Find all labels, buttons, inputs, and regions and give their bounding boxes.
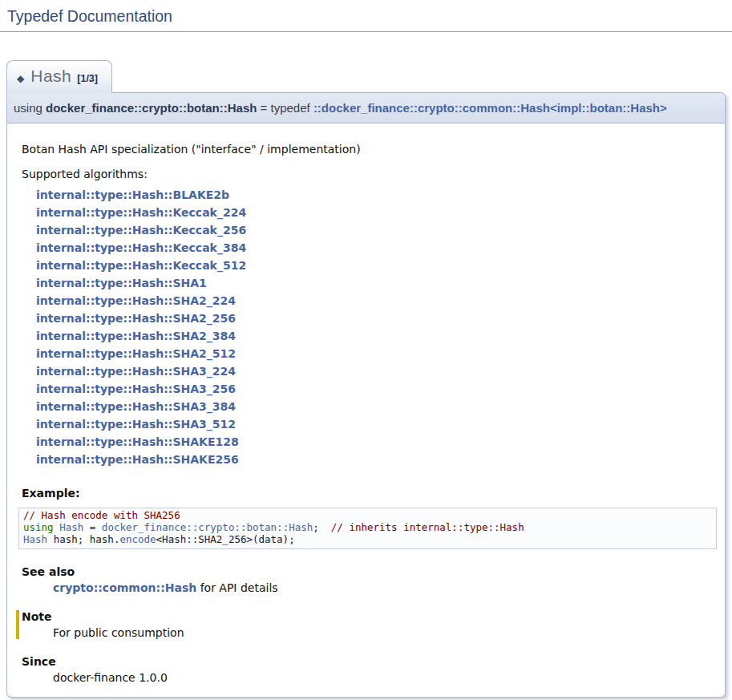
algorithm-link[interactable]: internal::type::Hash::SHA2_256 [36,312,236,325]
code-comment: // Hash encode with SHA256 [23,509,180,521]
algorithm-list-item: internal::type::Hash::BLAKE2b [36,186,717,204]
summary-text: Botan Hash API specialization ("interfac… [22,143,717,156]
algorithm-link[interactable]: internal::type::Hash::SHA2_512 [36,347,236,360]
since-section: Since docker-finance 1.0.0 [22,655,717,684]
code-link[interactable]: docker_finance::crypto::botan::Hash [102,521,313,533]
code-text: = [83,521,102,533]
code-example: // Hash encode with SHA256using Hash = d… [18,508,717,549]
code-link[interactable]: encode [119,533,156,545]
algorithm-link[interactable]: internal::type::Hash::SHA2_224 [36,294,236,307]
code-link[interactable]: Hash [59,521,83,533]
note-section: Note For public consumption [16,610,717,639]
algorithm-link[interactable]: internal::type::Hash::SHAKE256 [36,453,239,466]
code-text: <Hash::SHA2_256>(data); [156,533,295,545]
algorithm-link[interactable]: internal::type::Hash::Keccak_256 [36,224,246,237]
algorithm-list-item: internal::type::Hash::Keccak_384 [36,239,717,257]
algorithm-list-item: internal::type::Hash::Keccak_512 [36,257,717,274]
code-comment: // inherits internal::type::Hash [331,521,524,533]
algorithm-link[interactable]: internal::type::Hash::Keccak_384 [36,241,246,254]
member-tab[interactable]: ◆ Hash [1/3] [6,60,112,93]
see-also-label: See also [22,565,717,578]
see-also-link[interactable]: crypto::common::Hash [53,581,196,594]
section-title: Typedef Documentation [0,0,732,32]
algorithm-list: internal::type::Hash::BLAKE2binternal::t… [36,186,717,468]
declaration-name: docker_finance::crypto::botan::Hash [46,101,257,115]
algorithm-list-item: internal::type::Hash::SHA2_512 [36,345,717,362]
code-text: hash; hash. [47,533,119,545]
algorithm-list-item: internal::type::Hash::SHA2_384 [36,327,717,345]
algorithm-list-item: internal::type::Hash::Keccak_224 [36,204,717,221]
member-name: Hash [30,67,71,86]
code-keyword: using [23,521,54,533]
member-item: using docker_finance::crypto::botan::Has… [6,92,726,698]
algorithm-list-item: internal::type::Hash::SHA3_256 [36,380,717,398]
since-label: Since [22,655,717,668]
algorithm-list-item: internal::type::Hash::SHA2_256 [36,310,717,327]
algorithm-link[interactable]: internal::type::Hash::Keccak_224 [36,206,246,219]
algorithm-link[interactable]: internal::type::Hash::BLAKE2b [36,188,229,201]
declaration-equals: = typedef [257,101,313,115]
algorithm-list-item: internal::type::Hash::SHAKE256 [36,451,717,468]
algorithm-list-item: internal::type::Hash::SHA1 [36,274,717,292]
see-also-content: crypto::common::Hash for API details [53,581,717,594]
member-documentation: Botan Hash API specialization ("interfac… [6,123,726,698]
permalink-anchor-icon[interactable]: ◆ [17,73,24,84]
supported-algorithms-label: Supported algorithms: [22,168,717,180]
algorithm-link[interactable]: internal::type::Hash::SHA3_512 [36,418,236,431]
algorithm-list-item: internal::type::Hash::SHA2_224 [36,292,717,310]
algorithm-list-item: internal::type::Hash::SHA3_224 [36,362,717,380]
typedef-target-link[interactable]: ::docker_finance::crypto::common::Hash<i… [313,101,667,115]
see-also-section: See also crypto::common::Hash for API de… [22,565,717,594]
code-line: // Hash encode with SHA256 [23,510,712,522]
algorithm-link[interactable]: internal::type::Hash::SHA3_384 [36,400,236,413]
algorithm-list-item: internal::type::Hash::SHA3_384 [36,398,717,415]
algorithm-link[interactable]: internal::type::Hash::SHA2_384 [36,330,236,342]
note-text: For public consumption [53,626,717,639]
declaration-prefix: using [14,101,46,115]
algorithm-link[interactable]: internal::type::Hash::SHA3_256 [36,382,236,395]
since-text: docker-finance 1.0.0 [53,671,717,684]
code-link[interactable]: Hash [23,533,47,545]
algorithm-link[interactable]: internal::type::Hash::SHA1 [36,277,207,289]
member-overload-count: [1/3] [77,73,98,84]
algorithm-list-item: internal::type::Hash::Keccak_256 [36,221,717,239]
algorithm-link[interactable]: internal::type::Hash::Keccak_512 [36,259,246,272]
algorithm-list-item: internal::type::Hash::SHAKE128 [36,433,717,451]
code-line: using Hash = docker_finance::crypto::bot… [23,522,712,534]
example-label: Example: [22,487,717,500]
algorithm-link[interactable]: internal::type::Hash::SHA3_224 [36,365,236,378]
note-label: Note [22,610,717,623]
code-text: ; [313,521,331,533]
algorithm-link[interactable]: internal::type::Hash::SHAKE128 [36,435,239,448]
algorithm-list-item: internal::type::Hash::SHA3_512 [36,415,717,433]
code-line: Hash hash; hash.encode<Hash::SHA2_256>(d… [23,534,712,546]
see-also-suffix: for API details [196,581,277,594]
typedef-declaration: using docker_finance::crypto::botan::Has… [6,92,726,123]
